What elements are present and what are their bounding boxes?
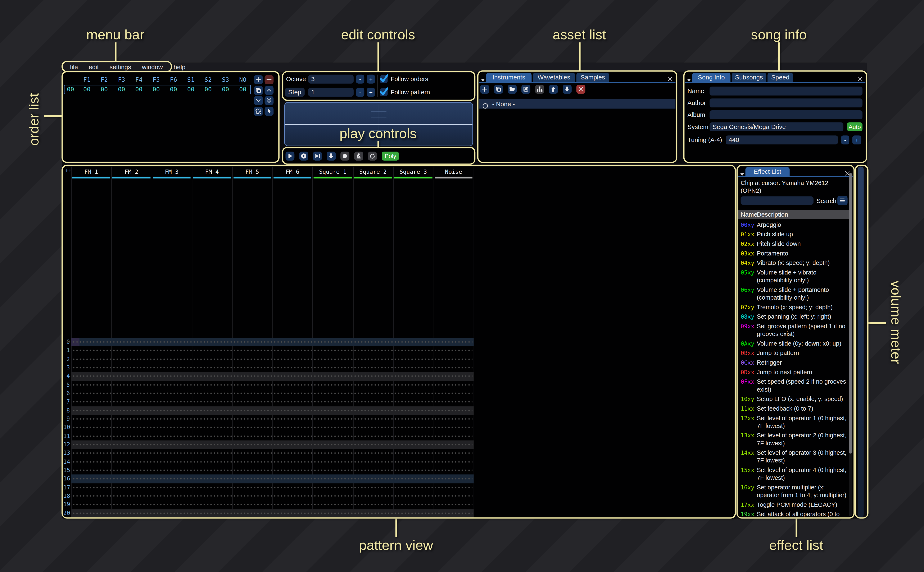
annotation-line <box>114 42 116 61</box>
annotation-edit-controls: edit controls <box>341 27 415 43</box>
annotation-box-effect-list <box>737 165 855 519</box>
oscilloscope-waveform-line <box>285 124 472 124</box>
annotation-line <box>795 519 797 537</box>
annotation-line <box>778 42 780 71</box>
annotation-box-volume-meter <box>855 165 869 519</box>
oscilloscope-tick <box>371 111 386 112</box>
annotation-box-edit-controls <box>282 71 475 101</box>
annotation-order-list: order list <box>26 93 42 146</box>
annotation-box-pattern-view <box>62 165 736 519</box>
annotation-play-controls: play controls <box>340 126 417 142</box>
screenshot-stage: fileeditsettingswindowhelp F1F2F3F4F5F6S… <box>0 0 924 572</box>
annotation-box-menu-bar <box>61 61 172 72</box>
annotation-box-song-info <box>683 70 867 163</box>
annotation-asset-list: asset list <box>553 27 606 43</box>
annotation-line <box>578 42 580 71</box>
annotation-line <box>868 322 886 324</box>
annotation-line <box>377 42 379 72</box>
annotation-line <box>395 519 397 537</box>
annotation-volume-meter: volume meter <box>888 281 904 364</box>
annotation-song-info: song info <box>751 27 807 43</box>
annotation-box-asset-list <box>477 70 677 163</box>
annotation-pattern-view: pattern view <box>359 538 433 553</box>
annotation-effect-list: effect list <box>769 538 823 553</box>
annotation-box-play-controls <box>282 147 475 165</box>
annotation-box-order-list <box>62 71 279 163</box>
annotation-line <box>377 141 379 148</box>
annotation-line <box>44 115 62 117</box>
oscilloscope-tick <box>371 118 386 118</box>
annotation-menu-bar: menu bar <box>86 27 144 43</box>
